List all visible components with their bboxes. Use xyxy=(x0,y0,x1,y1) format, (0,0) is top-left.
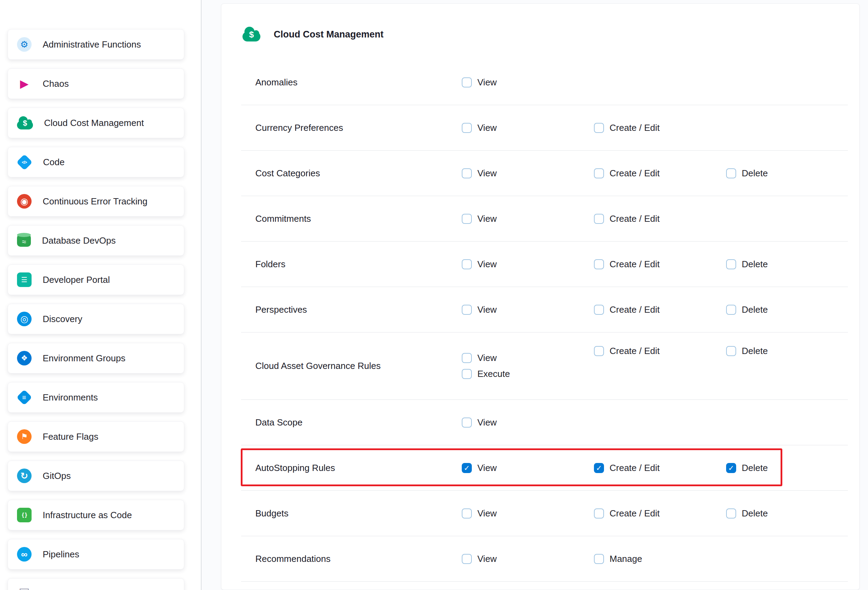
checkbox-icon[interactable] xyxy=(594,463,604,473)
checkbox-icon[interactable] xyxy=(726,346,736,356)
checkbox-icon[interactable] xyxy=(594,346,604,356)
delete-checkbox[interactable]: Delete xyxy=(726,259,768,270)
checkbox-icon[interactable] xyxy=(462,353,472,363)
cloud-dollar-icon xyxy=(242,32,261,41)
permission-row-label: Cloud Asset Governance Rules xyxy=(255,361,462,371)
execute-checkbox[interactable]: Execute xyxy=(462,368,510,379)
checkbox-icon[interactable] xyxy=(594,214,604,224)
checkbox-icon[interactable] xyxy=(594,123,604,133)
developer-portal-icon xyxy=(17,272,32,287)
create-edit-checkbox[interactable]: Create / Edit xyxy=(594,123,660,133)
sidebar-item-label: Infrastructure as Code xyxy=(43,510,132,521)
permission-rows: Anomalies View Currency Preferences View xyxy=(241,60,848,582)
delete-checkbox[interactable]: Delete xyxy=(726,508,768,519)
create-edit-checkbox[interactable]: Create / Edit xyxy=(594,346,660,356)
view-checkbox[interactable]: View xyxy=(462,168,497,179)
view-checkbox[interactable]: View xyxy=(462,77,497,88)
permission-row-folders: Folders View Create / Edit xyxy=(241,241,848,287)
checkbox-icon[interactable] xyxy=(462,417,472,427)
checkbox-icon[interactable] xyxy=(462,123,472,133)
checkbox-icon[interactable] xyxy=(462,77,472,87)
checkbox-icon[interactable] xyxy=(462,305,472,315)
sidebar-item-label: Policies xyxy=(43,588,74,590)
view-checkbox[interactable]: View xyxy=(462,553,497,564)
permission-row-label: Recommendations xyxy=(255,553,462,564)
checkbox-icon[interactable] xyxy=(726,168,736,178)
permissions-card: Cloud Cost Management Anomalies View Cur… xyxy=(221,3,860,590)
permission-row-label: Currency Preferences xyxy=(255,123,462,133)
sidebar-item-environments[interactable]: Environments xyxy=(7,382,184,413)
module-sidebar: Administrative Functions Chaos Cloud Cos… xyxy=(0,0,201,590)
permission-row-label: Perspectives xyxy=(255,305,462,315)
delete-checkbox[interactable]: Delete xyxy=(726,305,768,315)
sidebar-item-feature-flags[interactable]: Feature Flags xyxy=(7,421,184,452)
sidebar-item-infrastructure-as-code[interactable]: Infrastructure as Code xyxy=(7,500,184,530)
permission-row-budgets: Budgets View Create / Edit xyxy=(241,491,848,536)
view-checkbox[interactable]: View xyxy=(462,463,497,473)
checkbox-icon[interactable] xyxy=(462,369,472,379)
sidebar-item-cloud-cost-management[interactable]: Cloud Cost Management xyxy=(7,108,184,138)
checkbox-icon[interactable] xyxy=(726,259,736,269)
checkbox-icon[interactable] xyxy=(462,463,472,473)
create-edit-checkbox[interactable]: Create / Edit xyxy=(594,305,660,315)
delete-checkbox[interactable]: Delete xyxy=(726,346,768,356)
create-edit-checkbox[interactable]: Create / Edit xyxy=(594,508,660,519)
sidebar-item-developer-portal[interactable]: Developer Portal xyxy=(7,265,184,295)
discovery-icon xyxy=(17,312,32,326)
permission-row-label: AutoStopping Rules xyxy=(255,463,462,473)
sidebar-item-policies[interactable]: Policies xyxy=(7,578,184,590)
view-checkbox[interactable]: View xyxy=(462,417,497,428)
sidebar-item-discovery[interactable]: Discovery xyxy=(7,304,184,334)
checkbox-icon[interactable] xyxy=(462,214,472,224)
checkbox-icon[interactable] xyxy=(594,259,604,269)
sidebar-item-label: Administrative Functions xyxy=(43,39,141,50)
view-checkbox[interactable]: View xyxy=(462,353,497,363)
create-edit-checkbox[interactable]: Create / Edit xyxy=(594,259,660,270)
cloud-dollar-icon xyxy=(17,121,33,129)
view-checkbox[interactable]: View xyxy=(462,123,497,133)
checkbox-icon[interactable] xyxy=(594,168,604,178)
sidebar-item-database-devops[interactable]: Database DevOps xyxy=(7,225,184,256)
delete-checkbox[interactable]: Delete xyxy=(726,463,768,473)
checkbox-icon[interactable] xyxy=(462,554,472,564)
view-checkbox[interactable]: View xyxy=(462,213,497,224)
permission-row-label: Budgets xyxy=(255,508,462,519)
sidebar-item-gitops[interactable]: GitOps xyxy=(7,461,184,491)
manage-checkbox[interactable]: Manage xyxy=(594,553,642,564)
permission-row-cloud-asset-governance-rules: Cloud Asset Governance Rules View Execut… xyxy=(241,333,848,400)
permission-row-label: Cost Categories xyxy=(255,168,462,179)
sidebar-item-chaos[interactable]: Chaos xyxy=(7,68,184,99)
sidebar-item-pipelines[interactable]: Pipelines xyxy=(7,539,184,569)
permission-row-perspectives: Perspectives View Create / Edit xyxy=(241,287,848,333)
permissions-page: Administrative Functions Chaos Cloud Cos… xyxy=(0,0,868,590)
view-checkbox[interactable]: View xyxy=(462,305,497,315)
view-checkbox[interactable]: View xyxy=(462,508,497,519)
error-tracking-icon xyxy=(17,194,32,208)
sidebar-item-label: Pipelines xyxy=(43,549,80,560)
checkbox-icon[interactable] xyxy=(594,554,604,564)
delete-checkbox[interactable]: Delete xyxy=(726,168,768,179)
permission-row-label: Commitments xyxy=(255,213,462,224)
sidebar-item-code[interactable]: Code xyxy=(7,147,184,177)
sidebar-item-label: Continuous Error Tracking xyxy=(43,196,148,207)
sidebar-item-label: Database DevOps xyxy=(42,235,115,246)
checkbox-icon[interactable] xyxy=(462,259,472,269)
checkbox-icon[interactable] xyxy=(462,509,472,519)
sidebar-item-label: Environment Groups xyxy=(43,353,125,364)
permissions-card-header: Cloud Cost Management xyxy=(221,4,859,60)
checkbox-icon[interactable] xyxy=(726,305,736,315)
create-edit-checkbox[interactable]: Create / Edit xyxy=(594,213,660,224)
sidebar-item-administrative-functions[interactable]: Administrative Functions xyxy=(7,29,184,60)
checkbox-icon[interactable] xyxy=(726,509,736,519)
sidebar-item-environment-groups[interactable]: Environment Groups xyxy=(7,343,184,373)
checkbox-icon[interactable] xyxy=(594,305,604,315)
checkbox-icon[interactable] xyxy=(594,509,604,519)
checkbox-icon[interactable] xyxy=(726,463,736,473)
checkbox-icon[interactable] xyxy=(462,168,472,178)
create-edit-checkbox[interactable]: Create / Edit xyxy=(594,463,660,473)
sidebar-item-continuous-error-tracking[interactable]: Continuous Error Tracking xyxy=(7,186,184,217)
sidebar-item-label: Feature Flags xyxy=(43,432,98,442)
sidebar-item-label: Cloud Cost Management xyxy=(44,118,144,129)
create-edit-checkbox[interactable]: Create / Edit xyxy=(594,168,660,179)
view-checkbox[interactable]: View xyxy=(462,259,497,270)
